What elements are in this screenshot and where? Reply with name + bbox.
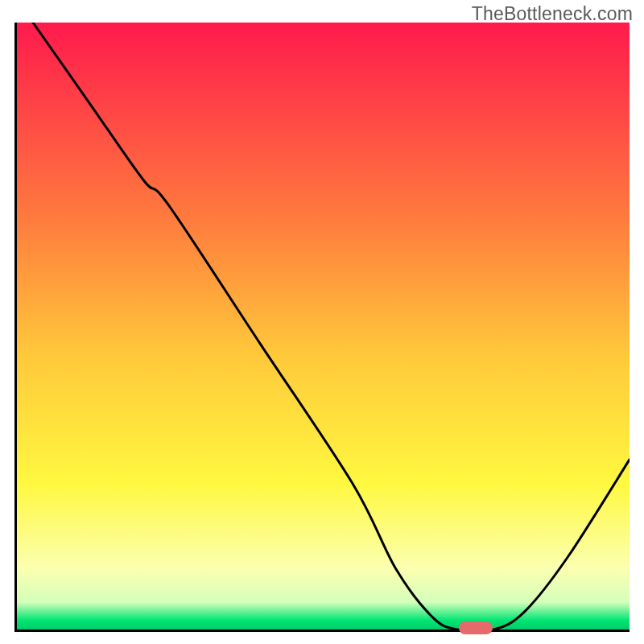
plot-background bbox=[14, 23, 630, 630]
x-axis bbox=[14, 630, 630, 632]
watermark-text: TheBottleneck.com bbox=[472, 3, 633, 25]
y-axis bbox=[14, 23, 17, 630]
optimum-marker bbox=[459, 621, 493, 634]
plot-area bbox=[14, 23, 630, 630]
chart-container: TheBottleneck.com bbox=[0, 0, 644, 644]
